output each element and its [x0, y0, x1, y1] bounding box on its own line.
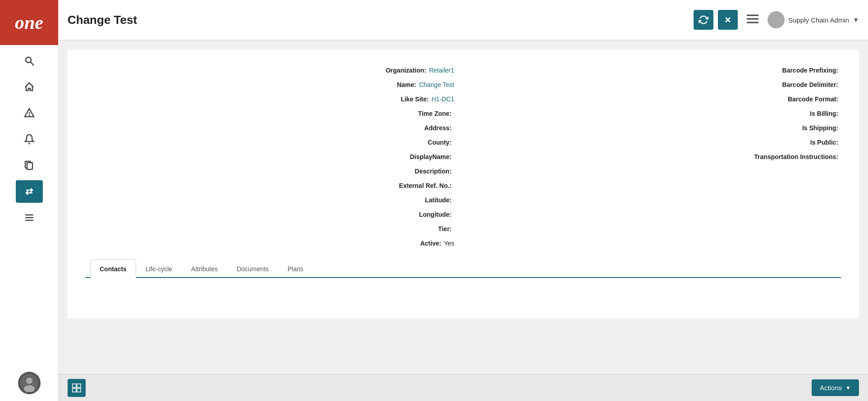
footer-grid-button[interactable] — [68, 379, 86, 397]
logo-text: one — [15, 12, 43, 33]
field-external-ref: External Ref. No.: — [86, 178, 463, 193]
actions-label: Actions — [820, 384, 842, 392]
tab-documents[interactable]: Documents — [227, 260, 278, 278]
sidebar-bottom — [18, 367, 41, 401]
footer-bar: Actions ▼ — [59, 374, 868, 401]
field-active: Active: Yes — [86, 236, 463, 251]
field-display-name: DisplayName: — [86, 150, 463, 164]
detail-card: Organization: Retailer1 Name: Change Tes… — [68, 50, 859, 319]
tab-bar: Contacts Life-cycle Attributes Documents… — [86, 260, 841, 278]
search-icon[interactable] — [16, 50, 43, 72]
svg-line-1 — [31, 62, 34, 65]
field-county: County: — [86, 135, 463, 150]
user-name: Supply Chain Admin — [788, 16, 849, 24]
tab-content-contacts — [86, 278, 841, 305]
page-title: Change Test — [68, 13, 694, 27]
field-latitude: Latitude: — [86, 193, 463, 207]
user-area[interactable]: Supply Chain Admin ▼ — [767, 11, 859, 28]
svg-point-0 — [26, 57, 31, 63]
svg-rect-20 — [77, 384, 81, 387]
field-organization: Organization: Retailer1 — [86, 63, 463, 77]
svg-point-12 — [26, 378, 32, 384]
field-barcode-format: Barcode Format: — [463, 92, 841, 106]
svg-rect-5 — [27, 163, 32, 169]
header: Change Test Supply Chain Admin ▼ — [59, 0, 868, 41]
header-actions: Supply Chain Admin ▼ — [694, 10, 859, 30]
content-area: Organization: Retailer1 Name: Change Tes… — [59, 41, 868, 374]
logo-area[interactable]: one — [0, 0, 58, 45]
alert-icon[interactable] — [16, 102, 43, 124]
field-is-billing: Is Billing: — [463, 106, 841, 121]
field-tier: Tier: — [86, 222, 463, 236]
tab-attributes[interactable]: Attributes — [182, 260, 227, 278]
field-barcode-prefixing: Barcode Prefixing: — [463, 63, 841, 77]
bell-icon[interactable] — [16, 128, 43, 150]
sidebar-nav — [16, 45, 43, 367]
field-is-shipping: Is Shipping: — [463, 121, 841, 135]
right-fields: Barcode Prefixing: Barcode Delimiter: Ba… — [463, 63, 841, 251]
field-transportation-instructions: Transportation Instructions: — [463, 150, 841, 164]
home-icon[interactable] — [16, 76, 43, 98]
detail-grid: Organization: Retailer1 Name: Change Tes… — [86, 63, 841, 251]
refresh-button[interactable] — [694, 10, 713, 30]
transfer-icon[interactable] — [16, 180, 43, 203]
documents-icon[interactable] — [16, 154, 43, 177]
tab-plans[interactable]: Plans — [278, 260, 313, 278]
svg-rect-19 — [73, 384, 76, 387]
field-description: Description: — [86, 164, 463, 178]
field-barcode-delimiter: Barcode Delimiter: — [463, 77, 841, 92]
main-area: Change Test Supply Chain Admin ▼ — [59, 0, 868, 401]
svg-rect-22 — [77, 388, 81, 392]
tab-lifecycle[interactable]: Life-cycle — [136, 260, 182, 278]
user-avatar[interactable] — [18, 372, 41, 394]
actions-dropdown-arrow: ▼ — [845, 385, 851, 391]
field-name: Name: Change Test — [86, 77, 463, 92]
actions-button[interactable]: Actions ▼ — [812, 379, 859, 396]
user-dropdown-arrow: ▼ — [853, 16, 859, 23]
field-is-public: Is Public: — [463, 135, 841, 150]
tab-contacts[interactable]: Contacts — [90, 260, 136, 278]
sidebar: one — [0, 0, 59, 401]
svg-point-3 — [29, 115, 29, 116]
menu-icon[interactable] — [16, 206, 43, 229]
field-time-zone: Time Zone: — [86, 106, 463, 121]
user-avatar-small — [767, 11, 785, 28]
svg-rect-21 — [73, 388, 76, 392]
left-fields: Organization: Retailer1 Name: Change Tes… — [86, 63, 463, 251]
tabs-section: Contacts Life-cycle Attributes Documents… — [86, 260, 841, 305]
field-address: Address: — [86, 121, 463, 135]
close-button[interactable] — [718, 10, 738, 30]
hamburger-button[interactable] — [742, 11, 763, 28]
field-like-site: Like Site: H1-DC1 — [86, 92, 463, 106]
field-longitude: Longitude: — [86, 207, 463, 222]
